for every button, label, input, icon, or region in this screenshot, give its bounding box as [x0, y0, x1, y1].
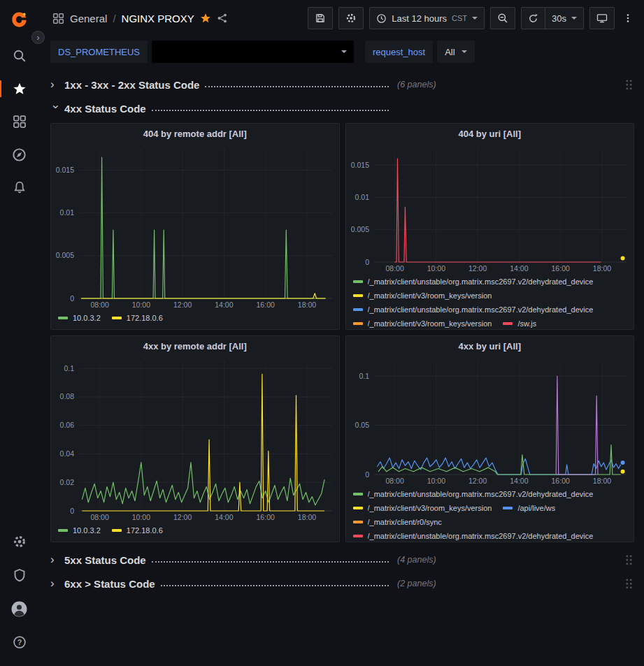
dashboard-body: › 1xx - 3xx - 2xx Status Code (6 panels)… [38, 70, 644, 666]
legend: /_matrix/client/unstable/org.matrix.msc2… [346, 486, 634, 542]
row-header-5xx[interactable]: › 5xx Status Code (4 panels) [50, 549, 634, 570]
svg-text:0.05: 0.05 [355, 421, 369, 429]
legend-label: /_matrix/client/v3/room_keys/version [368, 317, 492, 329]
svg-text:08:00: 08:00 [385, 264, 403, 273]
page-title[interactable]: NGINX PROXY [122, 13, 194, 24]
legend: /_matrix/client/unstable/org.matrix.msc2… [346, 273, 634, 329]
row-header-6xx[interactable]: › 6xx > Status Code (2 panels) [50, 573, 634, 594]
sidebar-item-starred[interactable] [0, 75, 38, 103]
grafana-logo-icon[interactable] [0, 7, 38, 32]
legend-marker-icon [353, 493, 363, 495]
cycle-view-monitor-button[interactable] [589, 7, 615, 29]
datasource-select[interactable] [152, 41, 354, 63]
legend-item[interactable]: /api/live/ws [503, 501, 555, 515]
svg-text:10:00: 10:00 [427, 264, 445, 273]
legend-item[interactable]: /_matrix/client/v3/room_keys/version [353, 289, 492, 303]
request-host-value: All [445, 47, 455, 57]
legend-item[interactable]: 10.0.3.2 [58, 311, 101, 325]
dotted-leader [205, 86, 389, 87]
breadcrumb-separator: / [113, 13, 115, 24]
svg-text:12:00: 12:00 [468, 477, 487, 485]
apps-grid-icon [52, 13, 64, 24]
row-panel-count: (4 panels) [397, 555, 436, 565]
drag-handle-icon[interactable] [625, 79, 633, 91]
panel-title[interactable]: 404 by remote addr [All] [51, 124, 339, 143]
request-host-select[interactable]: All [437, 41, 474, 63]
time-series-chart: 08:0010:0012:0014:0016:0018:0000.0050.01… [346, 143, 634, 273]
breadcrumb-section[interactable]: General [70, 13, 107, 24]
chevron-down-icon [341, 50, 347, 53]
legend-item[interactable]: /_matrix/client/v3/room_keys/version [353, 317, 492, 329]
sidebar-expand-button[interactable]: › [31, 31, 45, 44]
svg-text:18:00: 18:00 [298, 513, 316, 521]
legend-marker-icon [353, 308, 363, 311]
zoom-out-time-button[interactable] [490, 7, 515, 29]
legend-item[interactable]: /sw.js [503, 317, 536, 329]
legend-label: 10.0.3.2 [73, 311, 101, 325]
legend-label: /_matrix/client/unstable/org.matrix.msc2… [368, 487, 594, 501]
legend-item[interactable]: /_matrix/client/unstable/org.matrix.msc2… [353, 529, 594, 542]
legend-item[interactable]: /_matrix/client/unstable/org.matrix.msc2… [353, 275, 594, 289]
legend-item[interactable]: /_matrix/client/unstable/org.matrix.msc2… [353, 303, 594, 317]
svg-text:14:00: 14:00 [215, 513, 233, 521]
datasource-label[interactable]: DS_PROMETHEUS [50, 41, 148, 63]
time-range-picker[interactable]: Last 12 hours CST [369, 7, 485, 29]
refresh-interval-label: 30s [552, 13, 566, 24]
legend-label: /_matrix/client/unstable/org.matrix.msc2… [368, 529, 594, 542]
favorite-star-icon[interactable] [200, 13, 211, 24]
panel-title[interactable]: 4xx by remote addr [All] [51, 336, 339, 356]
request-host-label[interactable]: request_host [365, 41, 433, 63]
svg-text:14:00: 14:00 [510, 477, 528, 485]
legend-item[interactable]: /_matrix/client/v3/room_keys/version [353, 501, 492, 515]
svg-text:0: 0 [365, 258, 369, 266]
drag-handle-icon[interactable] [625, 554, 633, 566]
legend-item[interactable]: 172.18.0.6 [112, 311, 163, 325]
server-admin-shield-icon[interactable] [0, 561, 38, 589]
svg-text:0.04: 0.04 [60, 449, 75, 458]
legend-marker-icon [353, 535, 363, 537]
sidebar-item-alerting-bell-icon[interactable] [0, 173, 38, 201]
sidebar-item-explore-compass-icon[interactable] [0, 140, 38, 168]
svg-text:0.015: 0.015 [350, 161, 368, 169]
legend-item[interactable]: 172.18.0.6 [112, 523, 163, 537]
panel: 404 by remote addr [All]08:0010:0012:001… [50, 123, 340, 330]
legend-label: /sw.js [517, 317, 536, 329]
refresh-button[interactable] [521, 7, 545, 29]
svg-text:0.01: 0.01 [355, 193, 369, 201]
row-title: 6xx > Status Code [64, 578, 155, 590]
chevron-right-icon: › [50, 577, 64, 591]
panel-title[interactable]: 404 by uri [All] [346, 124, 634, 143]
sidebar-item-dashboards[interactable] [0, 108, 38, 136]
legend-item[interactable]: 10.0.3.2 [58, 523, 101, 537]
kebab-menu-icon[interactable] [620, 7, 636, 29]
svg-text:0.08: 0.08 [60, 392, 75, 400]
legend-item[interactable]: /_matrix/client/unstable/org.matrix.msc2… [353, 487, 594, 501]
row-panel-count: (6 panels) [397, 80, 436, 89]
help-icon[interactable]: ? [0, 628, 38, 656]
request-host-variable: request_host All [365, 41, 475, 63]
row-header-1xx-3xx-2xx[interactable]: › 1xx - 3xx - 2xx Status Code (6 panels) [50, 74, 634, 95]
panel-title[interactable]: 4xx by uri [All] [346, 336, 634, 356]
svg-text:16:00: 16:00 [257, 513, 275, 521]
refresh-interval-select[interactable]: 30s [545, 7, 584, 29]
legend-item[interactable]: /_matrix/client/r0/sync [353, 515, 442, 529]
svg-text:08:00: 08:00 [385, 477, 403, 485]
save-dashboard-button[interactable] [308, 7, 333, 29]
settings-gear-icon[interactable] [0, 528, 38, 556]
user-avatar[interactable] [0, 595, 38, 623]
dashboard-settings-button[interactable] [338, 7, 364, 29]
chevron-right-icon: › [50, 78, 64, 92]
legend-label: /_matrix/client/r0/sync [368, 515, 442, 529]
share-icon[interactable] [217, 13, 228, 24]
search-icon[interactable] [0, 42, 38, 70]
drag-handle-icon[interactable] [625, 578, 633, 590]
legend-marker-icon [503, 507, 513, 509]
topbar-actions: Last 12 hours CST [308, 7, 636, 29]
dotted-leader [152, 110, 389, 111]
legend-marker-icon [112, 529, 122, 532]
row-panel-count: (2 panels) [397, 579, 436, 588]
svg-text:16:00: 16:00 [551, 264, 569, 273]
row-header-4xx[interactable]: › 4xx Status Code [50, 98, 634, 119]
svg-text:?: ? [17, 638, 21, 646]
grafana-app: ? › General / NGINX PROXY [0, 0, 644, 666]
